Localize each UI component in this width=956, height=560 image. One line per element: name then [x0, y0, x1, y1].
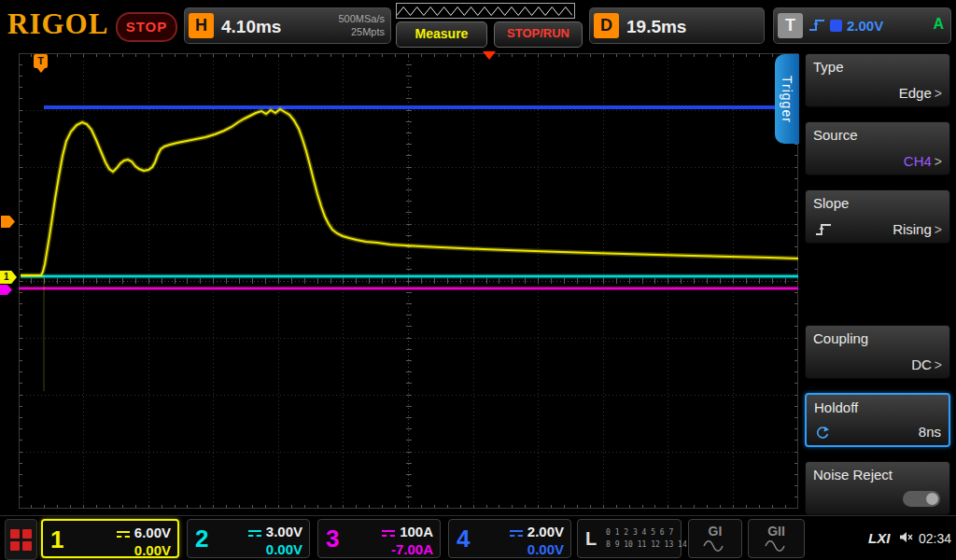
menu-label: Source	[813, 127, 858, 143]
menu-item-noise-reject[interactable]: Noise Reject	[805, 461, 950, 515]
trigger-mode-auto: A	[933, 16, 944, 33]
top-bar: RIGOL STOP H 4.10ms 500MSa/s 25Mpts Meas…	[0, 0, 956, 52]
trigger-source-color-icon	[830, 20, 842, 32]
memory-depth: 25Mpts	[338, 25, 385, 38]
lxi-logo: LXI	[868, 530, 890, 546]
channel-offset: -7.00A	[391, 541, 433, 557]
menu-value: DC	[911, 357, 932, 372]
main-area: T 1 Trigger Type Edge> Source CH4> Slope…	[0, 51, 956, 515]
bottom-bar: 1 6.00V 0.00V 2 3.00V 0.00V 3 100A -7.00…	[0, 515, 956, 560]
stop-run-button[interactable]: STOP/RUN	[494, 21, 583, 48]
channel-number: 3	[326, 525, 339, 553]
menu-value: 8ns	[919, 424, 941, 440]
menu-item-slope[interactable]: Slope Rising>	[805, 189, 950, 244]
delay-value: 19.5ms	[626, 17, 686, 37]
sample-rate-readout: 500MSa/s 25Mpts	[338, 12, 385, 38]
menu-item-source[interactable]: Source CH4>	[805, 121, 950, 175]
chevron-right-icon: >	[935, 154, 942, 169]
menu-grid-button[interactable]	[5, 519, 37, 560]
trigger-menu-tab[interactable]: Trigger	[775, 54, 799, 144]
generator-1-block[interactable]: GI	[688, 519, 742, 558]
generator-2-block[interactable]: GII	[748, 519, 805, 558]
channel-3-ground-marker[interactable]	[0, 285, 12, 295]
chevron-right-icon: >	[935, 86, 942, 101]
channel-scale: 100A	[400, 524, 433, 539]
dc-coupling-icon	[248, 529, 261, 538]
grid-icon	[10, 529, 32, 551]
channel-2-block[interactable]: 2 3.00V 0.00V	[187, 519, 310, 558]
horizontal-icon: H	[189, 13, 214, 38]
menu-value: CH4	[904, 153, 932, 169]
trigger-icon: T	[778, 13, 803, 38]
menu-value: Rising	[893, 221, 932, 237]
trigger-time-flag[interactable]: T	[34, 54, 48, 68]
channel-1-ground-marker[interactable]: 1	[0, 271, 17, 284]
logic-channels-block[interactable]: L 0 1 2 3 4 5 6 7 8 9 10 11 12 13 14 15	[577, 519, 682, 558]
channel-3-block[interactable]: 3 100A -7.00A	[317, 519, 441, 558]
menu-item-type[interactable]: Type Edge>	[805, 53, 950, 107]
channel-number: 2	[195, 525, 208, 553]
delay-group: D 19.5ms	[588, 7, 766, 45]
trigger-status-group: T 2.00V A	[772, 7, 952, 45]
acquisition-status-badge: STOP	[116, 12, 177, 42]
trigger-level-marker[interactable]	[1, 216, 15, 228]
menu-label: Coupling	[813, 330, 868, 346]
speaker-mute-icon	[899, 531, 914, 543]
channel-offset: 0.00V	[134, 542, 171, 558]
channel-offset: 0.00V	[266, 541, 302, 557]
timebase-value: 4.10ms	[221, 17, 281, 37]
chevron-right-icon: >	[935, 222, 942, 237]
sine-wave-icon	[765, 540, 789, 552]
channel-scale: 2.00V	[527, 524, 564, 539]
horizontal-timebase-group: H 4.10ms 500MSa/s 25Mpts	[183, 7, 392, 45]
oscilloscope-screen: RIGOL STOP H 4.10ms 500MSa/s 25Mpts Meas…	[0, 0, 956, 560]
memory-position-strip	[396, 3, 575, 19]
menu-label: Slope	[813, 195, 849, 211]
channel-offset: 0.00V	[527, 541, 564, 557]
noise-reject-toggle[interactable]	[903, 491, 940, 507]
menu-item-coupling[interactable]: Coupling DC>	[805, 325, 950, 379]
trigger-position-marker[interactable]	[483, 51, 496, 60]
channel-scale: 3.00V	[266, 524, 302, 539]
toggle-knob	[926, 493, 938, 505]
logic-row-1: 0 1 2 3 4 5 6 7	[606, 526, 700, 539]
edge-trigger-icon	[808, 16, 826, 35]
rigol-logo: RIGOL	[7, 7, 108, 41]
channel-number: 4	[457, 525, 470, 553]
waveform-display	[19, 53, 798, 509]
dc-coupling-icon	[382, 529, 395, 538]
logic-row-2: 8 9 10 11 12 13 14 15	[606, 539, 700, 551]
channel-number: 1	[50, 525, 63, 554]
generator-label: GI	[689, 524, 741, 539]
trigger-level-value: 2.00V	[847, 18, 883, 34]
memory-waveform-icon	[397, 5, 572, 17]
dc-coupling-icon	[117, 530, 130, 539]
channel-1-block[interactable]: 1 6.00V 0.00V	[41, 519, 179, 558]
chevron-right-icon: >	[935, 357, 942, 372]
menu-value: Edge	[899, 85, 932, 101]
rising-edge-icon	[814, 222, 833, 237]
menu-label: Holdoff	[814, 399, 858, 415]
logic-label: L	[585, 528, 597, 550]
clock: 02:34	[919, 531, 951, 546]
sine-wave-icon	[703, 540, 727, 552]
channel-scale: 6.00V	[134, 525, 171, 540]
menu-item-holdoff[interactable]: Holdoff 8ns	[805, 393, 950, 447]
delay-icon: D	[594, 13, 619, 38]
sample-rate: 500MSa/s	[338, 12, 385, 25]
dc-coupling-icon	[510, 529, 523, 538]
generator-label: GII	[749, 524, 804, 539]
measure-button[interactable]: Measure	[396, 21, 487, 48]
menu-label: Type	[813, 59, 844, 75]
menu-label: Noise Reject	[813, 467, 893, 483]
rotate-knob-icon	[815, 426, 830, 440]
channel-4-block[interactable]: 4 2.00V 0.00V	[448, 519, 571, 558]
